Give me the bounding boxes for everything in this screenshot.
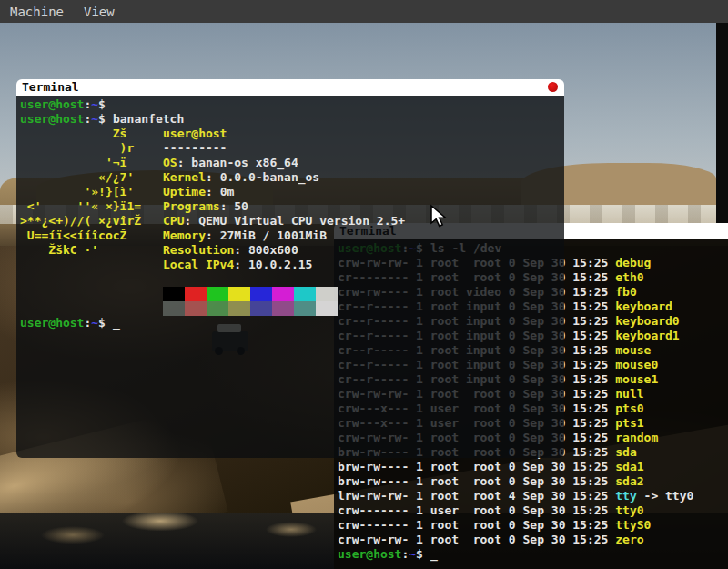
ls-filename: debug (615, 256, 651, 269)
mouse-pointer-icon (430, 204, 450, 235)
fetch-line: '»!}[ì'Uptime: 0m (20, 185, 564, 199)
ls-meta: crw------- 1 root root 0 Sep 30 15:25 (338, 518, 615, 532)
ls-meta: crw------- 1 user root 0 Sep 30 15:25 (338, 503, 615, 517)
palette-swatch (185, 301, 207, 316)
text-cursor: _ (430, 547, 438, 561)
prompt-dollar: $ (98, 97, 106, 111)
fetch-value: banan-os x86_64 (191, 156, 298, 169)
fetch-ascii-art: Zš (20, 127, 163, 141)
ls-meta: brw-rw---- 1 root root 0 Sep 30 15:25 (338, 474, 615, 488)
ls-filename: keyboard0 (615, 314, 679, 328)
ls-meta: crw-rw-rw- 1 root root 0 Sep 30 15:25 (338, 533, 615, 546)
ls-row: crw-rw-rw- 1 root root 0 Sep 30 15:25 ze… (338, 533, 728, 547)
prompt-dollar: $ (98, 112, 106, 126)
menu-bar: Machine View (0, 0, 728, 23)
ls-filename: random (615, 431, 658, 444)
fetch-label: Local IPv4 (163, 258, 234, 271)
terminal1-titlebar[interactable]: Terminal (16, 79, 564, 96)
palette-swatch (250, 301, 272, 316)
ls-filename: mouse0 (615, 358, 658, 371)
text-cursor: _ (113, 316, 120, 330)
ls-filename: mouse1 (615, 372, 658, 386)
fetch-ascii-art: )r (20, 141, 163, 156)
palette-swatch (316, 301, 338, 316)
fetch-separator: : (234, 243, 248, 257)
fetch-ascii-art: '»!}[ì' (20, 185, 163, 199)
fetch-line: «/¿7'Kernel: 0.0.0-banan_os (20, 170, 564, 185)
bananfetch-output: Zšuser@host )r--------- '¬ïOS: banan-os … (20, 127, 564, 272)
ls-filename: zero (615, 533, 643, 546)
fetch-separator: : (206, 170, 220, 184)
fetch-label: Kernel (163, 170, 206, 184)
fetch-value: 10.0.2.15 (248, 258, 312, 271)
ls-row: brw-rw---- 1 root root 0 Sep 30 15:25 sd… (338, 474, 728, 489)
ls-filename: tty (615, 489, 636, 503)
ls-row: crw------- 1 user root 0 Sep 30 15:25 tt… (338, 503, 728, 518)
palette-swatch (228, 301, 250, 316)
palette-swatch (207, 287, 228, 301)
palette-swatch (250, 287, 272, 301)
ls-row: crw------- 1 root root 0 Sep 30 15:25 tt… (338, 518, 728, 533)
fetch-value: --------- (163, 141, 227, 155)
terminal1-history-line: user@host:~$ (20, 97, 564, 112)
prompt-user: user@host (20, 112, 84, 126)
fetch-line: ŽškC ·'Resolution: 800x600 (20, 243, 564, 258)
fetch-line: <' ''« ×}ï1=Programs: 50 (20, 199, 564, 214)
menu-item-view[interactable]: View (74, 5, 125, 19)
fetch-ascii-art: '¬ï (20, 156, 163, 170)
close-button-icon[interactable] (548, 82, 558, 92)
ls-link-target: -> tty0 (637, 489, 694, 503)
fetch-value: 0m (220, 185, 235, 198)
fetch-separator: : (177, 156, 192, 169)
prompt-path: ~ (91, 112, 98, 126)
menu-item-machine[interactable]: Machine (0, 5, 74, 19)
fetch-ascii-art: <' ''« ×}ï1= (20, 199, 163, 214)
prompt-user: user@host (20, 97, 84, 111)
palette-swatch (185, 287, 207, 301)
prompt-dollar: $ (416, 547, 423, 561)
ls-filename: sda (615, 445, 636, 459)
terminal-window-1[interactable]: Terminal user@host:~$ user@host:~$bananf… (16, 79, 564, 458)
palette-swatch (228, 287, 250, 301)
palette-swatch (207, 301, 228, 316)
fetch-ascii-art: «/¿7' (20, 170, 163, 185)
terminal1-content[interactable]: user@host:~$ user@host:~$bananfetch Zšus… (16, 96, 564, 458)
wallpaper-right-black-strip (716, 23, 728, 225)
blank-line (20, 272, 564, 287)
fetch-label: OS (163, 156, 177, 169)
ls-filename: ttyS0 (615, 518, 651, 532)
prompt-path: ~ (409, 547, 416, 561)
ls-filename: sda2 (615, 474, 643, 488)
fetch-label: Memory (163, 229, 206, 242)
ls-row: lrw-rw-rw- 1 root root 4 Sep 30 15:25 tt… (338, 489, 728, 503)
fetch-line: Zšuser@host (20, 127, 564, 141)
ls-filename: pts0 (615, 401, 643, 415)
palette-swatch (294, 301, 316, 316)
palette-swatch (163, 301, 185, 316)
palette-row-bright (20, 301, 564, 316)
palette-row-normal (20, 287, 564, 301)
fetch-label: CPU (163, 214, 184, 228)
fetch-value: 800x600 (248, 243, 298, 257)
palette-swatch (294, 287, 316, 301)
terminal1-title: Terminal (22, 80, 79, 94)
typed-command: bananfetch (113, 112, 184, 126)
palette-swatch (272, 287, 294, 301)
ls-filename: pts1 (615, 416, 643, 430)
ls-filename: eth0 (615, 270, 643, 284)
fetch-separator: : (184, 214, 198, 228)
fetch-line: '¬ïOS: banan-os x86_64 (20, 156, 564, 170)
ls-filename: keyboard (615, 300, 672, 313)
palette-swatch (316, 287, 338, 301)
desktop: Machine View Terminal user@host:~$ls -l … (0, 0, 728, 569)
fetch-line: Local IPv4: 10.0.2.15 (20, 258, 564, 272)
fetch-separator: : (234, 258, 248, 271)
fetch-value: 27MiB / 1001MiB (220, 229, 327, 242)
ls-filename: tty0 (615, 503, 643, 517)
fetch-separator: : (206, 185, 220, 198)
fetch-line: )r--------- (20, 141, 564, 156)
fetch-ascii-art: U==íï<<ííîcocŽ (20, 229, 163, 243)
ls-meta: brw-rw---- 1 root root 0 Sep 30 15:25 (338, 460, 615, 473)
fetch-label: Programs (163, 199, 220, 213)
palette-swatch (272, 301, 294, 316)
